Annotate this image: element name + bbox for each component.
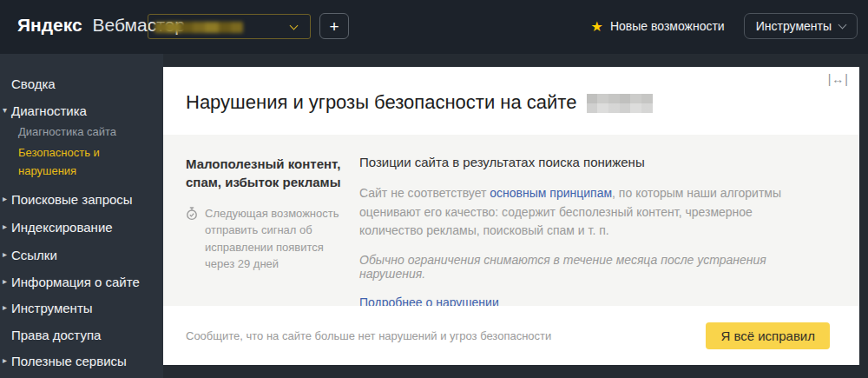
sidebar-item-label: Диагностика сайта bbox=[18, 125, 116, 138]
main-content-card: |↔| Нарушения и угрозы безопасности на с… bbox=[163, 67, 859, 365]
violation-left-column: Малополезный контент, спам, избыток рекл… bbox=[186, 155, 347, 306]
description-text: Сайт не соответствует bbox=[359, 186, 490, 200]
triangle-right-icon: ▸ bbox=[3, 302, 7, 312]
triangle-right-icon: ▸ bbox=[3, 222, 7, 231]
header-right-group: ★ Новые возможности Инструменты bbox=[591, 13, 858, 39]
violation-description: Сайт не соответствует основным принципам… bbox=[359, 184, 812, 241]
site-name-redacted bbox=[155, 22, 243, 33]
main-principles-link[interactable]: основным принципам bbox=[490, 186, 612, 200]
add-site-button[interactable]: + bbox=[319, 13, 349, 39]
triangle-right-icon: ▸ bbox=[3, 249, 7, 259]
sidebar-item-links[interactable]: ▸ Ссылки bbox=[0, 248, 57, 262]
sidebar-item-label: Права доступа bbox=[11, 328, 101, 342]
sidebar-item-label: Диагностика bbox=[11, 103, 87, 118]
sidebar-item-indexing[interactable]: ▸ Индексирование bbox=[0, 220, 113, 235]
sidebar-nav: Сводка ▾ Диагностика Диагностика сайта Б… bbox=[0, 54, 163, 378]
sidebar-item-label: Ссылки bbox=[11, 248, 57, 262]
site-selector-dropdown[interactable] bbox=[148, 14, 311, 39]
violation-right-column: Позиции сайта в результатах поиска пониж… bbox=[359, 155, 812, 306]
sidebar-item-label: Информация о сайте bbox=[11, 275, 140, 289]
sidebar-item-label: Инструменты bbox=[11, 301, 93, 315]
footer-prompt: Сообщите, что на сайте больше нет наруше… bbox=[186, 329, 551, 342]
star-icon: ★ bbox=[591, 18, 603, 35]
whats-new-label: Новые возможности bbox=[610, 19, 725, 33]
chevron-down-icon bbox=[838, 21, 847, 30]
sidebar-item-label: Полезные сервисы bbox=[11, 354, 127, 368]
tools-dropdown-button[interactable]: Инструменты bbox=[744, 13, 858, 39]
site-name-redacted bbox=[587, 94, 653, 113]
sidebar-item-tools[interactable]: ▸ Инструменты bbox=[0, 301, 93, 315]
sidebar-item-search-queries[interactable]: ▸ Поисковые запросы bbox=[0, 192, 133, 207]
sidebar-item-security-violations[interactable]: Безопасность и нарушения bbox=[18, 143, 140, 180]
sidebar-item-access-rights[interactable]: Права доступа bbox=[0, 328, 101, 342]
chevron-down-icon bbox=[290, 22, 299, 30]
tools-label: Инструменты bbox=[756, 19, 832, 33]
violation-status: Позиции сайта в результатах поиска пониж… bbox=[359, 155, 812, 169]
triangle-right-icon: ▸ bbox=[3, 276, 7, 286]
resend-timer-text: Следующая возможность отправить сигнал о… bbox=[205, 205, 347, 273]
sidebar-item-site-diagnostics[interactable]: Диагностика сайта bbox=[18, 125, 116, 138]
logo-yandex: Яндекс bbox=[17, 15, 82, 35]
sidebar-item-summary[interactable]: Сводка bbox=[0, 76, 56, 91]
page-title: Нарушения и угрозы безопасности на сайте bbox=[186, 91, 653, 114]
sidebar-item-label: Индексирование bbox=[11, 220, 113, 235]
resend-timer: Следующая возможность отправить сигнал о… bbox=[186, 205, 347, 273]
page-title-text: Нарушения и угрозы безопасности на сайте bbox=[186, 91, 576, 114]
top-header: Яндекс Вебмастер + ★ Новые возможности И… bbox=[0, 0, 868, 54]
whats-new-link[interactable]: ★ Новые возможности bbox=[591, 18, 725, 35]
violation-section: Малополезный контент, спам, избыток рекл… bbox=[163, 135, 859, 306]
triangle-right-icon: ▸ bbox=[3, 355, 7, 365]
toggle-width-icon[interactable]: |↔| bbox=[828, 72, 849, 86]
triangle-right-icon: ▸ bbox=[3, 194, 7, 203]
violation-name: Малополезный контент, спам, избыток рекл… bbox=[186, 155, 347, 192]
sidebar-item-label: Поисковые запросы bbox=[11, 192, 133, 207]
i-fixed-everything-button[interactable]: Я всё исправил bbox=[706, 322, 830, 349]
sidebar-item-useful-services[interactable]: ▸ Полезные сервисы bbox=[0, 354, 127, 368]
card-footer: Сообщите, что на сайте больше нет наруше… bbox=[163, 306, 859, 365]
stopwatch-icon bbox=[186, 207, 198, 221]
sidebar-item-label: Сводка bbox=[11, 76, 56, 91]
triangle-down-icon: ▾ bbox=[3, 105, 7, 115]
sidebar-item-site-info[interactable]: ▸ Информация о сайте bbox=[0, 275, 140, 289]
violation-note: Обычно ограничения снимаются в течение м… bbox=[359, 253, 812, 281]
sidebar-item-label: Безопасность и нарушения bbox=[18, 146, 100, 177]
sidebar-item-diagnostics[interactable]: ▾ Диагностика bbox=[0, 103, 87, 118]
